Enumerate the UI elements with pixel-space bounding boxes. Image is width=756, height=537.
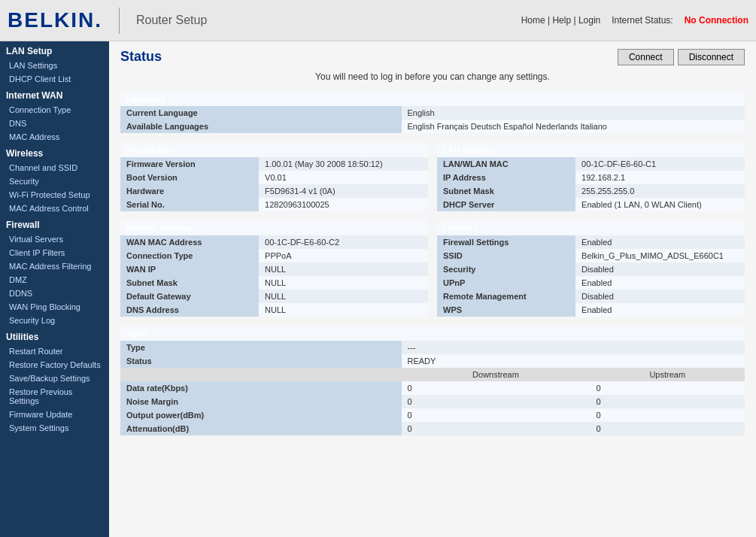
features-label-2: Security [437, 262, 575, 276]
lan-settings-value-0: 00-1C-DF-E6-60-C1 [575, 157, 745, 171]
internet-value-2: NULL [259, 262, 428, 276]
sidebar-item-restore-factory-defaults[interactable]: Restore Factory Defaults [0, 358, 109, 372]
internet-row-0: WAN MAC Address00-1C-DF-E6-60-C2 [120, 235, 428, 249]
lan-settings-label-0: LAN/WLAN MAC [437, 157, 575, 171]
nav-links[interactable]: Home | Help | Login [521, 15, 601, 26]
version-row-2: HardwareF5D9631-4 v1 (0A) [120, 184, 428, 198]
router-setup-title: Router Setup [136, 14, 207, 27]
login-notice: You will need to log in before you can c… [120, 71, 745, 82]
adsl-row-label-0: Data rate(Kbps) [120, 381, 402, 395]
sidebar-item-mac-address-control[interactable]: MAC Address Control [0, 202, 109, 215]
sidebar-item-client-ip-filters[interactable]: Client IP Filters [0, 246, 109, 259]
internet-section: Internet Settings WAN MAC Address00-1C-D… [120, 220, 428, 317]
sidebar-item-firmware-update[interactable]: Firmware Update [0, 408, 109, 421]
internet-row-1: Connection TypePPPoA [120, 249, 428, 262]
internet-header: Internet Settings [120, 220, 428, 235]
sidebar-item-restore-previous-settings[interactable]: Restore Previous Settings [0, 385, 109, 408]
language-value-1: English Français Deutsch Español Nederla… [402, 120, 745, 133]
lan-settings-header: LAN Settings [437, 142, 745, 157]
internet-row-2: WAN IPNULL [120, 262, 428, 276]
adsl-header-row: ADSL [120, 326, 745, 341]
lan-settings-row-2: Subnet Mask255.255.255.0 [437, 184, 745, 198]
internet-value-1: PPPoA [259, 249, 428, 262]
header: BELKIN. Router Setup Home | Help | Login… [0, 0, 756, 41]
disconnect-button[interactable]: Disconnect [678, 49, 745, 65]
language-label-1: Available Languages [120, 120, 402, 133]
sidebar-item-channel-and-ssid[interactable]: Channel and SSID [0, 161, 109, 174]
logo-divider [119, 8, 120, 34]
adsl-row-val1-1: 0 [402, 395, 591, 408]
sidebar-item-dns[interactable]: DNS [0, 117, 109, 130]
sidebar-section-wireless: Wireless [0, 144, 109, 161]
features-label-0: Firewall Settings [437, 235, 575, 249]
lan-settings-value-3: Enabled (1 LAN, 0 WLAN Client) [575, 198, 745, 211]
sidebar-item-lan-settings[interactable]: LAN Settings [0, 59, 109, 72]
sidebar-item-wan-ping-blocking[interactable]: WAN Ping Blocking [0, 300, 109, 314]
version-section: Version Info Firmware Version1.00.01 (Ma… [120, 142, 428, 211]
version-row-3: Serial No.12820963100025 [120, 198, 428, 211]
adsl-status-row: StatusREADY [120, 354, 745, 368]
sidebar-item-restart-router[interactable]: Restart Router [0, 344, 109, 358]
adsl-row-val1-3: 0 [402, 422, 591, 435]
logo-area: BELKIN. Router Setup [8, 8, 207, 34]
adsl-row-val1-2: 0 [402, 408, 591, 422]
sidebar-item-mac-address[interactable]: MAC Address [0, 130, 109, 144]
version-table: Version Info Firmware Version1.00.01 (Ma… [120, 142, 428, 211]
version-value-3: 12820963100025 [259, 198, 428, 211]
language-section: Language Current LanguageEnglishAvailabl… [120, 91, 745, 133]
features-section: Features Firewall SettingsEnabledSSIDBel… [437, 220, 745, 317]
version-value-0: 1.00.01 (May 30 2008 18:50:12) [259, 157, 428, 171]
adsl-type-value: --- [402, 341, 745, 354]
sidebar-item-virtual-servers[interactable]: Virtual Servers [0, 232, 109, 246]
sidebar-item-security-log[interactable]: Security Log [0, 314, 109, 327]
adsl-row-val2-0: 0 [590, 381, 745, 395]
lan-settings-label-1: IP Address [437, 171, 575, 184]
language-row-0: Current LanguageEnglish [120, 106, 745, 120]
sidebar-item-mac-address-filtering[interactable]: MAC Address Filtering [0, 259, 109, 273]
internet-header-row: Internet Settings [120, 220, 428, 235]
lan-settings-value-1: 192.168.2.1 [575, 171, 745, 184]
internet-value-4: NULL [259, 290, 428, 303]
language-value-0: English [402, 106, 745, 120]
header-right: Home | Help | Login Internet Status: No … [521, 15, 748, 26]
sidebar-item-dmz[interactable]: DMZ [0, 273, 109, 287]
internet-row-5: DNS AddressNULL [120, 303, 428, 317]
sidebar-section-internet-wan: Internet WAN [0, 86, 109, 103]
internet-label-4: Default Gateway [120, 290, 259, 303]
features-header-row: Features [437, 220, 745, 235]
version-lan-row: Version Info Firmware Version1.00.01 (Ma… [120, 142, 745, 211]
adsl-row-val1-0: 0 [402, 381, 591, 395]
features-value-1: Belkin_G_Plus_MIMO_ADSL_E660C1 [575, 249, 745, 262]
features-value-5: Enabled [575, 303, 745, 317]
features-row-0: Firewall SettingsEnabled [437, 235, 745, 249]
lan-settings-header-row: LAN Settings [437, 142, 745, 157]
internet-features-row: Internet Settings WAN MAC Address00-1C-D… [120, 220, 745, 317]
version-label-2: Hardware [120, 184, 259, 198]
sidebar-item-security[interactable]: Security [0, 174, 109, 188]
adsl-subheader-empty [120, 368, 402, 381]
sidebar-item-wi-fi-protected-setup[interactable]: Wi-Fi Protected Setup [0, 188, 109, 202]
lan-settings-label-3: DHCP Server [437, 198, 575, 211]
connect-button[interactable]: Connect [618, 49, 674, 65]
internet-label-3: Subnet Mask [120, 276, 259, 290]
adsl-subheader-upstream: Upstream [590, 368, 745, 381]
main-layout: LAN SetupLAN SettingsDHCP Client ListInt… [0, 41, 756, 537]
sidebar: LAN SetupLAN SettingsDHCP Client ListInt… [0, 41, 109, 537]
lan-settings-table: LAN Settings LAN/WLAN MAC00-1C-DF-E6-60-… [437, 142, 745, 211]
features-value-3: Enabled [575, 276, 745, 290]
internet-row-3: Subnet MaskNULL [120, 276, 428, 290]
sidebar-item-ddns[interactable]: DDNS [0, 287, 109, 300]
sidebar-item-connection-type[interactable]: Connection Type [0, 103, 109, 117]
version-value-1: V0.01 [259, 171, 428, 184]
language-label-0: Current Language [120, 106, 402, 120]
lan-settings-row-1: IP Address192.168.2.1 [437, 171, 745, 184]
version-value-2: F5D9631-4 v1 (0A) [259, 184, 428, 198]
sidebar-item-dhcp-client-list[interactable]: DHCP Client List [0, 72, 109, 86]
sidebar-item-save/backup-settings[interactable]: Save/Backup Settings [0, 372, 109, 385]
language-header-row: Language [120, 91, 745, 106]
features-label-5: WPS [437, 303, 575, 317]
adsl-row-2: Output power(dBm)00 [120, 408, 745, 422]
version-row-1: Boot VersionV0.01 [120, 171, 428, 184]
internet-value-5: NULL [259, 303, 428, 317]
sidebar-item-system-settings[interactable]: System Settings [0, 421, 109, 435]
